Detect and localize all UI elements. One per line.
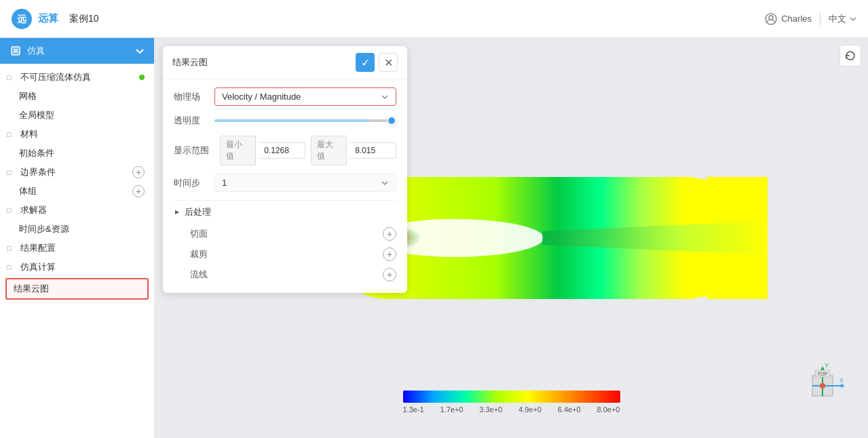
sidebar-item-sim-calc[interactable]: □ 仿真计算 [0, 258, 154, 277]
expand-icon: □ [7, 244, 16, 252]
sidebar-item-label: 结果云图 [14, 283, 49, 295]
physics-field-row: 物理场 Velocity / Magnitude [174, 87, 396, 106]
add-clip-button[interactable]: + [383, 247, 396, 261]
sidebar-header-left: 仿真 [10, 45, 45, 57]
panel-actions: ✓ ✕ [356, 53, 398, 72]
colormap-label-3: 4.9e+0 [518, 405, 542, 414]
add-body-group-button[interactable]: + [132, 185, 145, 197]
simulation-canvas: 结果云图 ✓ ✕ 物理场 Velocity / Magnitude [155, 38, 868, 438]
sidebar-item-incompressible[interactable]: □ 不可压缩流体仿真 [0, 68, 154, 87]
timestep-value: 1 [222, 178, 227, 188]
sidebar-item-result-cloud[interactable]: 结果云图 [5, 278, 149, 300]
sidebar: 仿真 □ 不可压缩流体仿真 网格 全局模型 □ 材 [0, 38, 155, 438]
sidebar-item-material[interactable]: □ 材料 [0, 125, 154, 144]
reload-icon [844, 49, 856, 62]
header-divider [820, 13, 820, 25]
svg-rect-5 [14, 49, 18, 53]
colormap-labels: 1.3e-1 1.7e+0 3.3e+0 4.9e+0 6.4e+0 8.0e+… [403, 405, 620, 414]
sidebar-chevron-down-icon[interactable] [135, 46, 145, 56]
svg-text:TOP: TOP [818, 372, 828, 376]
sidebar-item-label: 材料 [20, 128, 38, 140]
colormap-label-2: 3.3e+0 [479, 405, 502, 414]
max-label: 最大值 [311, 136, 347, 165]
app-logo-icon: 远 [11, 8, 33, 30]
svg-text:Y: Y [825, 363, 829, 369]
sidebar-item-label: 仿真计算 [20, 261, 56, 273]
svg-marker-17 [841, 384, 845, 388]
sidebar-item-label: 网格 [19, 90, 37, 102]
sidebar-item-body-group[interactable]: 体组 + [0, 182, 154, 201]
add-boundary-condition-button[interactable]: + [132, 166, 145, 178]
sidebar-item-mesh[interactable]: 网格 [0, 87, 154, 106]
axes-widget: Y X TOP [800, 363, 848, 411]
svg-text:远: 远 [17, 14, 27, 24]
streamline-label: 流线 [190, 268, 383, 281]
physics-field-dropdown[interactable]: Velocity / Magnitude [214, 87, 396, 106]
transparency-slider-container [214, 114, 396, 127]
timestep-row: 时间步 1 [174, 174, 396, 192]
sidebar-item-label: 求解器 [20, 204, 47, 216]
max-value-item: 最大值 8.015 [311, 136, 396, 165]
language-selector[interactable]: 中文 [829, 13, 857, 25]
confirm-button[interactable]: ✓ [356, 53, 375, 72]
expand-icon: □ [7, 73, 16, 81]
sidebar-item-time-resources[interactable]: 时间步&资源 [0, 220, 154, 239]
min-label: 最小值 [220, 136, 256, 165]
panel-title: 结果云图 [172, 56, 208, 68]
colormap-bar: 1.3e-1 1.7e+0 3.3e+0 4.9e+0 6.4e+0 8.0e+… [403, 391, 620, 414]
sidebar-item-global-model[interactable]: 全局模型 [0, 106, 154, 125]
user-icon [765, 13, 777, 25]
axes-svg: Y X TOP [800, 363, 848, 411]
app-header: 远 远算 案例10 Charles 中文 [0, 0, 868, 38]
expand-icon: □ [7, 168, 16, 176]
header-right: Charles 中文 [765, 13, 857, 25]
main-layout: 仿真 □ 不可压缩流体仿真 网格 全局模型 □ 材 [0, 38, 868, 438]
physics-field-select[interactable]: Velocity / Magnitude [214, 87, 396, 106]
colormap-label-0: 1.3e-1 [403, 405, 424, 414]
result-cloud-panel: 结果云图 ✓ ✕ 物理场 Velocity / Magnitude [163, 46, 407, 293]
add-cut-surface-button[interactable]: + [383, 227, 396, 241]
sidebar-title: 仿真 [27, 45, 45, 57]
physics-field-value: Velocity / Magnitude [222, 92, 301, 102]
sidebar-item-label: 全局模型 [19, 109, 54, 121]
expand-icon: □ [7, 263, 16, 271]
close-button[interactable]: ✕ [379, 53, 398, 72]
clip-label: 裁剪 [190, 248, 383, 260]
post-item-streamline: 流线 + [174, 264, 396, 285]
sidebar-item-initial-conditions[interactable]: 初始条件 [0, 144, 154, 163]
min-value[interactable]: 0.1268 [259, 142, 305, 159]
svg-point-21 [820, 383, 825, 389]
section-divider [174, 200, 396, 201]
logo-area: 远 远算 案例10 [11, 8, 99, 30]
post-processing-label: 后处理 [185, 206, 211, 218]
colormap-gradient [403, 391, 620, 403]
sidebar-header: 仿真 [0, 38, 154, 64]
sidebar-item-result-config[interactable]: □ 结果配置 [0, 239, 154, 258]
max-value[interactable]: 8.015 [350, 142, 396, 159]
svg-point-3 [769, 16, 773, 20]
min-value-item: 最小值 0.1268 [220, 136, 305, 165]
sidebar-item-label: 边界条件 [20, 166, 56, 178]
post-item-cut-surface: 切面 + [174, 224, 396, 244]
add-streamline-button[interactable]: + [383, 268, 396, 281]
colormap-label-1: 1.7e+0 [440, 405, 464, 414]
transparency-slider-thumb[interactable] [387, 116, 396, 125]
expand-icon: □ [7, 130, 16, 138]
language-label: 中文 [829, 13, 846, 25]
sidebar-item-label: 结果配置 [20, 242, 56, 254]
timestep-select[interactable]: 1 [214, 174, 396, 192]
chevron-down-icon [381, 93, 389, 101]
sidebar-item-boundary-conditions[interactable]: □ 边界条件 + [0, 163, 154, 182]
user-area[interactable]: Charles [765, 13, 812, 25]
post-item-clip: 裁剪 + [174, 244, 396, 264]
physics-field-label: 物理场 [174, 91, 214, 103]
sidebar-item-solver[interactable]: □ 求解器 [0, 201, 154, 220]
triangle-icon [174, 209, 181, 216]
chevron-down-icon [381, 179, 389, 187]
svg-text:X: X [839, 377, 844, 384]
status-dot [139, 75, 145, 80]
reload-button[interactable] [839, 45, 861, 66]
display-range-label: 显示范围 [174, 144, 214, 157]
display-range-row: 显示范围 最小值 0.1268 最大值 8.015 [174, 136, 396, 165]
sidebar-item-label: 不可压缩流体仿真 [20, 71, 91, 83]
